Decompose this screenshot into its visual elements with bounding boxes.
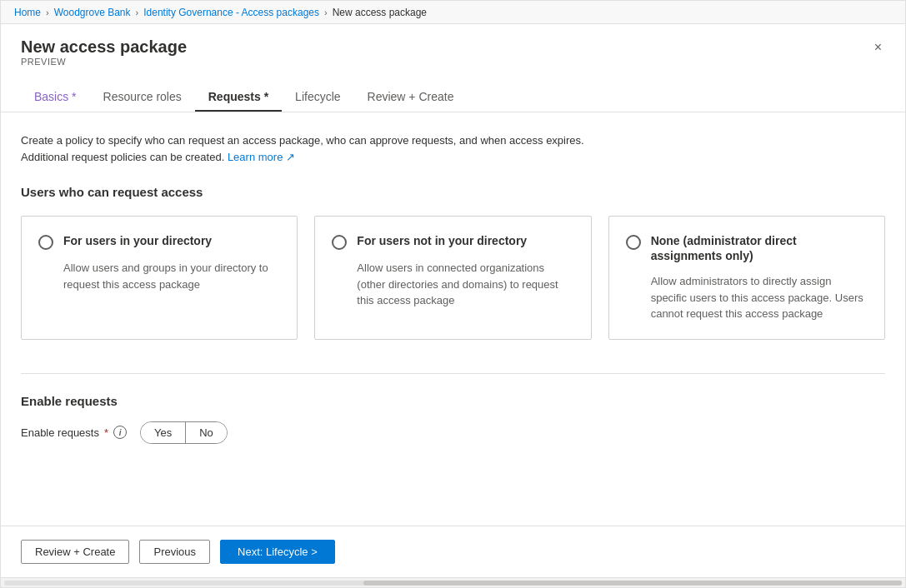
breadcrumb-identity-gov[interactable]: Identity Governance - Access packages [143,7,319,18]
tabs-row: Basics * Resource roles Requests * Lifec… [21,83,885,112]
learn-more-link[interactable]: Learn more ↗ [228,151,295,163]
enable-requests-toggle[interactable]: Yes No [140,421,228,444]
tab-basics[interactable]: Basics * [21,83,90,112]
enable-requests-row: Enable requests * i Yes No [21,421,885,444]
enable-requests-label: Enable requests * i [21,426,127,439]
page-description: Create a policy to specify who can reque… [21,132,588,165]
previous-button[interactable]: Previous [139,540,210,564]
toggle-yes[interactable]: Yes [141,422,186,443]
close-button[interactable]: × [871,37,885,57]
breadcrumb-home[interactable]: Home [14,7,41,18]
breadcrumb-sep-1: › [46,7,49,17]
next-lifecycle-button[interactable]: Next: Lifecycle > [220,540,335,564]
card-not-in-directory[interactable]: For users not in your directory Allow us… [314,216,591,340]
radio-not-in-directory[interactable] [332,235,347,250]
card-in-directory-title: For users in your directory [63,233,212,248]
enable-requests-title: Enable requests [21,394,885,408]
tab-requests[interactable]: Requests * [195,83,282,112]
radio-none[interactable] [626,235,641,250]
breadcrumb-current: New access package [333,7,427,18]
panel-title: New access package [21,37,187,57]
tab-review-create[interactable]: Review + Create [354,83,468,112]
scrollbar-area [1,577,905,587]
enable-requests-section: Enable requests Enable requests * i Yes … [21,373,885,444]
tab-resource-roles[interactable]: Resource roles [90,83,195,112]
scrollbar-track[interactable] [4,581,902,586]
card-in-directory[interactable]: For users in your directory Allow users … [21,216,298,340]
card-in-directory-desc: Allow users and groups in your directory… [38,260,280,292]
tab-lifecycle[interactable]: Lifecycle [282,83,353,112]
info-icon[interactable]: i [113,426,127,439]
panel-preview-label: PREVIEW [21,57,187,67]
scrollbar-thumb[interactable] [363,581,902,586]
required-star: * [104,426,108,439]
card-none[interactable]: None (administrator direct assignments o… [608,216,885,340]
access-request-cards: For users in your directory Allow users … [21,216,885,340]
card-none-title: None (administrator direct assignments o… [651,233,868,263]
review-create-button[interactable]: Review + Create [21,540,129,564]
card-not-in-directory-desc: Allow users in connected organizations (… [332,260,573,309]
breadcrumb-sep-2: › [136,7,139,17]
card-none-desc: Allow administrators to directly assign … [626,273,868,322]
toggle-no[interactable]: No [186,422,227,443]
who-can-request-title: Users who can request access [21,185,885,199]
breadcrumb-sep-3: › [324,7,328,17]
breadcrumb-woodgrove[interactable]: Woodgrove Bank [54,7,131,18]
main-content: Create a policy to specify who can reque… [1,112,905,526]
radio-in-directory[interactable] [38,235,53,250]
footer: Review + Create Previous Next: Lifecycle… [1,526,905,577]
breadcrumb: Home › Woodgrove Bank › Identity Governa… [1,1,905,24]
card-not-in-directory-title: For users not in your directory [357,233,527,248]
panel-header: New access package PREVIEW × Basics * Re… [1,24,905,112]
